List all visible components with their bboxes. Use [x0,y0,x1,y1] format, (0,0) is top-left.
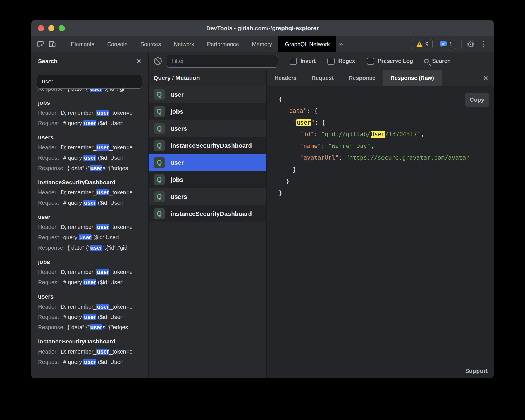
query-row-users[interactable]: Qusers [149,120,266,137]
preserve-log-checkbox[interactable] [367,58,374,65]
match-highlight: user [90,324,102,330]
result-section-title[interactable]: users [38,292,148,302]
result-text: # query [63,314,83,320]
result-line-value: D; remember_user_token=e [61,267,133,277]
result-line-label: Header [38,302,56,312]
query-row-instanceSecurityDashboard[interactable]: QinstanceSecurityDashboard [149,205,266,222]
result-section-title[interactable]: users [38,132,148,142]
warning-icon [416,41,423,47]
kebab-menu-icon[interactable]: ⋮ [478,40,489,49]
window-title: DevTools - gitlab.com/-/graphql-explorer [206,25,319,32]
result-line[interactable]: HeaderD; remember_user_token=e [38,108,148,118]
result-line[interactable]: HeaderD; remember_user_token=e [38,302,148,312]
result-text: # query [63,120,83,126]
query-row-label: users [171,193,187,201]
warnings-badge[interactable]: 9 [412,39,433,49]
result-section-title[interactable]: user [38,212,148,222]
match-highlight: user [90,89,102,92]
tab-memory[interactable]: Memory [245,36,278,52]
result-section-title[interactable]: jobs [38,257,148,267]
close-window-button[interactable] [38,25,44,31]
toolbar-divider [461,40,462,49]
tab-console[interactable]: Console [101,36,134,52]
query-row-users[interactable]: Qusers [149,188,266,205]
device-toolbar-icon[interactable] [47,39,57,49]
result-line[interactable]: HeaderD; remember_user_token=e [38,142,148,153]
result-line[interactable]: Response{"data":{"user":{"id":"gid [38,243,148,253]
result-text: s":{"edges [102,324,128,330]
close-search-panel-icon[interactable]: × [136,57,141,65]
detail-tab-response-raw-[interactable]: Response (Raw) [383,70,442,86]
issues-badge[interactable]: 1 [436,39,457,49]
json-token: /13704317" [385,131,420,138]
settings-gear-icon[interactable]: ⚙ [467,40,474,49]
inspect-element-icon[interactable] [36,39,45,49]
query-list-panel: Query / Mutation QuserQjobsQusersQinstan… [149,70,267,378]
tab-network[interactable]: Network [167,36,201,52]
tab-elements[interactable]: Elements [65,36,101,52]
result-line[interactable]: HeaderD; remember_user_token=e [38,347,148,357]
detail-tabs: HeadersRequestResponseResponse (Raw)× [267,70,494,86]
match-highlight: user [83,359,96,365]
detail-tab-request[interactable]: Request [304,70,341,86]
result-line[interactable]: HeaderD; remember_user_token=e [38,222,148,232]
close-detail-icon[interactable]: × [483,74,488,82]
support-link[interactable]: Support [465,367,488,374]
network-area: Invert Regex Preserve Log Search [149,52,494,378]
result-line-value: query user ($id: UserI [63,232,119,243]
result-line[interactable]: Response{"data":{"users":{"edges [38,322,148,333]
result-line[interactable]: Request# query user ($id: UserI [38,312,148,322]
regex-checkbox[interactable] [327,58,335,65]
result-line[interactable]: Response{"data":{"user":{"id":"gi [38,89,148,94]
query-row-jobs[interactable]: Qjobs [149,103,266,120]
search-input[interactable] [37,75,142,89]
result-line-value: D; remember_user_token=e [61,347,133,357]
minimize-window-button[interactable] [48,25,54,31]
result-text: query [63,234,79,240]
result-line[interactable]: HeaderD; remember_user_token=e [38,267,148,277]
zoom-window-button[interactable] [59,25,65,31]
result-line[interactable]: Request# query user ($id: UserI [38,357,148,367]
match-highlight: user [96,349,109,355]
result-line[interactable]: Requestquery user ($id: UserI [38,232,148,243]
query-row-jobs[interactable]: Qjobs [149,171,266,188]
json-token: "data" [286,108,307,114]
result-line[interactable]: Request# query user ($id: UserI [38,198,148,208]
json-token [279,154,300,161]
result-text: _token=e [109,144,133,151]
more-tabs-chevron-icon[interactable]: » [339,40,343,49]
result-line-value: D; remember_user_token=e [61,187,133,198]
result-section-title[interactable]: instanceSecurityDashboard [38,337,148,347]
result-line[interactable]: Response{"data":{"users":{"edges [38,163,148,173]
result-line[interactable]: Request# query user ($id: UserI [38,277,148,288]
tab-graphql-network[interactable]: GraphQL Network [278,36,336,52]
filter-input[interactable] [167,55,278,68]
search-toggle[interactable]: Search [424,58,451,64]
detail-tab-response[interactable]: Response [341,70,383,86]
match-highlight: user [83,314,96,320]
result-section-title[interactable]: jobs [38,98,148,108]
result-line[interactable]: HeaderD; remember_user_token=e [38,187,148,198]
result-text: {"data":{" [68,165,90,171]
result-line[interactable]: Request# query user ($id: UserI [38,118,148,128]
tab-performance[interactable]: Performance [201,36,246,52]
query-row-label: user [171,159,183,166]
tab-sources[interactable]: Sources [134,36,167,52]
invert-checkbox[interactable] [290,58,297,65]
detail-tab-headers[interactable]: Headers [267,70,304,86]
clear-log-icon[interactable] [154,57,162,65]
result-line[interactable]: Request# query user ($id: UserI [38,153,148,163]
copy-button[interactable]: Copy [465,93,489,107]
match-highlight: user [96,189,109,195]
search-input-wrap [31,70,148,89]
toolbar-divider [61,40,61,48]
result-text: # query [63,200,83,206]
result-text: # query [63,155,83,161]
query-row-user[interactable]: Quser [149,154,266,171]
result-line-label: Request [38,312,59,322]
query-row-instanceSecurityDashboard[interactable]: QinstanceSecurityDashboard [149,137,266,154]
search-match-highlight: User [371,131,385,138]
partial-result-line[interactable]: Response{"data":{"user":{"id":"gi [38,89,148,94]
result-section-title[interactable]: instanceSecurityDashboard [38,177,148,187]
query-row-user[interactable]: Quser [149,86,266,103]
